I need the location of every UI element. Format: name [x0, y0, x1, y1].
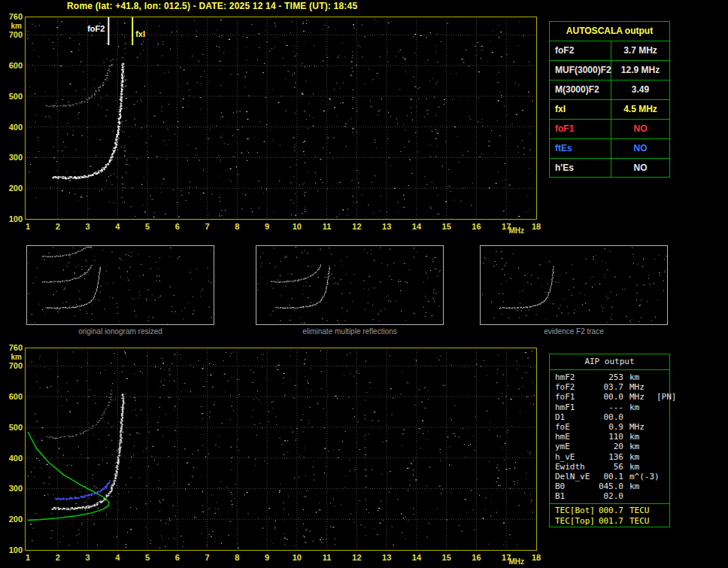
- thumbnail-border: [27, 246, 214, 325]
- aip-extra: [PN]: [657, 392, 680, 402]
- x-tick-label: 18: [532, 553, 541, 562]
- plot-border: [26, 348, 537, 551]
- thumbnail-caption: original ionogram resized: [26, 327, 214, 336]
- y-tick-label: 500: [9, 92, 23, 101]
- param-name: M(3000)F2: [550, 80, 611, 99]
- x-tick-label: 12: [352, 222, 361, 231]
- x-tick-label: 15: [442, 553, 451, 562]
- x-tick-label: 18: [532, 222, 541, 231]
- aip-extra: [657, 442, 669, 451]
- y-axis-unit: km: [11, 353, 23, 361]
- aip-name: TEC[Bot]: [550, 506, 596, 515]
- aip-unit: TECU: [623, 516, 657, 526]
- x-tick-label: 4: [115, 553, 120, 562]
- station-title: Rome (lat: +41.8, lon: 012.5) - DATE: 20…: [67, 1, 357, 11]
- aip-unit: km: [623, 432, 657, 442]
- autoscala-output-table: AUTOSCALA output foF23.7 MHzMUF(3000)F21…: [549, 21, 670, 178]
- y-tick-label: 500: [9, 423, 23, 432]
- autoscala-row-foF1: foF1NO: [550, 119, 669, 138]
- x-tick-label: 9: [265, 222, 269, 231]
- aip-row-TEC[Top]: TEC[Top]001.7TECU: [550, 516, 669, 526]
- aip-row-Ewidth: Ewidth56km: [550, 462, 669, 472]
- aip-extra: [657, 516, 669, 526]
- x-tick-label: 15: [442, 222, 451, 231]
- aip-unit: km: [623, 462, 657, 472]
- x-tick-label: 3: [85, 222, 89, 231]
- aip-row-foE: foE0.9MHz: [550, 422, 669, 432]
- autoscala-row-h'Es: h'EsNO: [550, 158, 669, 178]
- x-tick-label: 14: [412, 222, 422, 231]
- y-tick-label: 400: [9, 123, 23, 132]
- aip-value: 000.7: [596, 506, 623, 515]
- aip-unit: MHz: [623, 422, 657, 432]
- x-tick-label: 14: [412, 553, 422, 562]
- x-tick-label: 1: [26, 222, 30, 231]
- param-name: foF2: [550, 41, 611, 60]
- thumbnail-evidence-f2-trace: evidence F2 trace: [480, 245, 668, 336]
- aip-unit: km: [623, 402, 657, 412]
- param-value: 4.5 MHz: [611, 100, 669, 119]
- thumbnail-eliminate-reflections-image: [256, 245, 444, 325]
- aip-row-TEC[Bot]: TEC[Bot]000.7TECU: [550, 506, 669, 515]
- thumbnail-eliminate-reflections: eliminate multiple reflections: [256, 245, 444, 336]
- param-name: foF1: [550, 120, 611, 138]
- aip-extra: [657, 382, 669, 392]
- aip-value: 001.7: [596, 516, 623, 526]
- param-value: 3.49: [611, 80, 669, 99]
- aip-name: foE: [550, 422, 596, 432]
- x-tick-label: 12: [352, 553, 361, 562]
- y-tick-label: 400: [9, 454, 23, 463]
- aip-extra: [657, 506, 669, 515]
- aip-extra: [657, 452, 669, 462]
- x-tick-label: 10: [293, 222, 302, 231]
- autoscala-table-rows: foF23.7 MHzMUF(3000)F212.9 MHzM(3000)F23…: [550, 41, 669, 178]
- autoscala-row-MUF(3000)F2: MUF(3000)F212.9 MHz: [550, 60, 669, 80]
- thumbnail-caption: eliminate multiple reflections: [256, 327, 444, 336]
- aip-unit: [623, 491, 657, 501]
- param-name: MUF(3000)F2: [550, 61, 611, 80]
- param-value: 3.7 MHz: [611, 41, 669, 60]
- aip-row-h_vE: h_vE136km: [550, 452, 669, 462]
- autoscala-table-header: AUTOSCALA output: [550, 22, 669, 41]
- plot-border: [26, 17, 537, 220]
- aip-name: B1: [550, 491, 596, 501]
- x-tick-label: 13: [382, 222, 391, 231]
- aip-table-header: AIP output: [550, 354, 669, 370]
- aip-name: DelN_vE: [550, 472, 596, 481]
- aip-row-DelN_vE: DelN_vE00.1m^(-3): [550, 472, 669, 481]
- aip-extra: [657, 402, 669, 412]
- aip-unit: MHz: [623, 382, 657, 392]
- autoscala-row-M(3000)F2: M(3000)F23.49: [550, 80, 669, 99]
- y-tick-label: 760: [9, 343, 23, 352]
- aip-extra: [657, 481, 669, 491]
- aip-value: 00.0: [596, 412, 623, 422]
- aip-extra: [657, 432, 669, 442]
- aip-row-D1: D100.0: [550, 412, 669, 422]
- aip-unit: [623, 412, 657, 422]
- y-tick-label: 700: [9, 30, 23, 39]
- aip-extra: [657, 412, 669, 422]
- aip-table-rows: hmF2253kmfoF203.7MHzfoF100.0MHz[PN]hmF1-…: [550, 370, 669, 501]
- aip-unit: MHz: [623, 392, 657, 402]
- y-tick-label: 100: [9, 545, 23, 554]
- aip-value: ---: [596, 402, 623, 412]
- aip-row-hmF1: hmF1---km: [550, 402, 669, 412]
- x-tick-label: 6: [175, 222, 180, 231]
- aip-value: 0.9: [596, 422, 623, 432]
- aip-name: h_vE: [550, 452, 596, 462]
- aip-name: hmE: [550, 432, 596, 442]
- param-name: ftEs: [550, 139, 611, 158]
- electron-density-profile: [28, 432, 109, 520]
- y-axis-unit: km: [11, 22, 23, 30]
- aip-name: hmF2: [550, 372, 596, 382]
- y-tick-label: 600: [9, 61, 23, 70]
- autoscala-row-ftEs: ftEsNO: [550, 138, 669, 158]
- x-axis-unit: MHz: [508, 557, 524, 566]
- thumbnail-original-ionogram: original ionogram resized: [26, 245, 214, 336]
- param-name: h'Es: [550, 159, 611, 178]
- aip-row-hmF2: hmF2253km: [550, 372, 669, 382]
- param-value: NO: [611, 159, 669, 178]
- aip-name: TEC[Top]: [550, 516, 596, 526]
- aip-name: B0: [550, 481, 596, 491]
- x-tick-label: 5: [145, 222, 150, 231]
